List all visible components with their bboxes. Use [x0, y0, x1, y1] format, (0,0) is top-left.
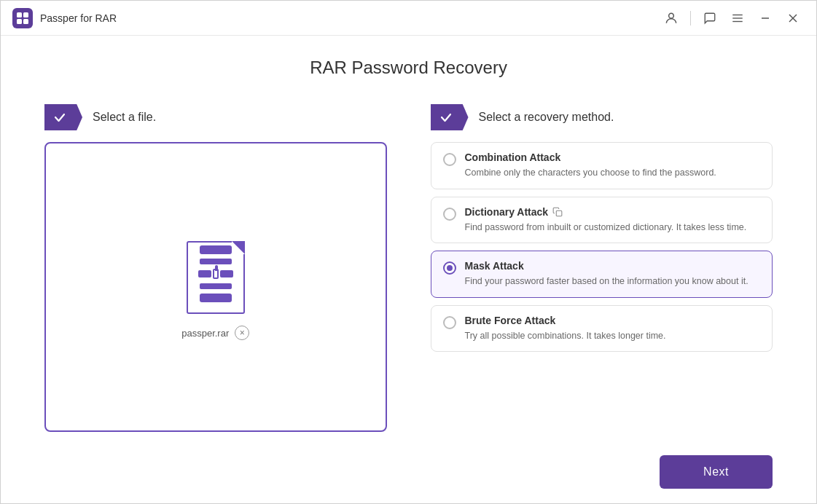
divider: [690, 11, 691, 25]
comment-button[interactable]: [698, 7, 722, 30]
remove-file-button[interactable]: ×: [235, 326, 249, 340]
lock-stripe-row: [197, 269, 235, 279]
menu-button[interactable]: [726, 7, 749, 30]
svg-rect-0: [17, 12, 22, 17]
brute-radio[interactable]: [443, 316, 456, 329]
footer: Next: [1, 446, 816, 503]
mask-radio[interactable]: [443, 261, 456, 275]
stripe: [220, 270, 233, 277]
dictionary-name: Dictionary Attack: [465, 206, 549, 218]
stripe-row-4: [197, 283, 235, 289]
stripe: [200, 283, 232, 289]
combination-name: Combination Attack: [465, 151, 561, 163]
combination-desc: Combine only the characters you choose t…: [465, 168, 716, 178]
radio-dot: [447, 265, 453, 271]
stripe: [198, 270, 211, 277]
left-panel: Select a file.: [44, 104, 387, 432]
app-title: Passper for RAR: [40, 12, 117, 24]
dictionary-radio[interactable]: [443, 208, 456, 221]
lock-body: [213, 269, 219, 279]
select-method-badge: [431, 104, 469, 130]
right-panel-header: Select a recovery method.: [431, 104, 773, 130]
two-panel: Select a file.: [44, 104, 773, 432]
dictionary-copy-icon: [552, 206, 564, 218]
main-content: RAR Password Recovery Select a file.: [1, 36, 816, 446]
right-panel: Select a recovery method. Combination At…: [431, 104, 773, 432]
dictionary-desc: Find password from inbuilt or customized…: [465, 222, 747, 232]
mask-desc: Find your password faster based on the i…: [465, 276, 748, 286]
combination-radio[interactable]: [443, 153, 456, 166]
brute-name-row: Brute Force Attack: [465, 315, 761, 326]
file-name-row: passper.rar ×: [181, 326, 249, 340]
dictionary-name-row: Dictionary Attack: [465, 206, 761, 218]
page-title: RAR Password Recovery: [44, 58, 773, 78]
app-window: Passper for RAR: [0, 0, 817, 504]
mask-name: Mask Attack: [465, 260, 524, 272]
dictionary-info: Dictionary Attack Find password from inb…: [465, 206, 761, 235]
doc-corner: [232, 241, 245, 254]
titlebar-right: [660, 7, 805, 30]
svg-rect-1: [23, 12, 28, 17]
svg-rect-11: [556, 210, 562, 216]
minimize-button[interactable]: [754, 7, 777, 30]
select-file-label: Select a file.: [93, 111, 156, 124]
brute-info: Brute Force Attack Try all possible comb…: [465, 315, 761, 343]
remove-icon: ×: [240, 328, 245, 337]
lock-shackle: [215, 265, 218, 271]
rar-stripes: [197, 245, 235, 302]
brute-name: Brute Force Attack: [465, 315, 556, 326]
file-name: passper.rar: [181, 328, 229, 339]
mask-attack-card[interactable]: Mask Attack Find your password faster ba…: [431, 251, 773, 298]
svg-rect-2: [17, 19, 22, 24]
file-drop-area[interactable]: passper.rar ×: [44, 142, 387, 432]
brute-desc: Try all possible combinations. It takes …: [465, 331, 666, 341]
close-button[interactable]: [781, 7, 805, 30]
recovery-methods: Combination Attack Combine only the char…: [431, 142, 773, 352]
titlebar: Passper for RAR: [1, 1, 816, 36]
svg-rect-3: [23, 19, 28, 24]
stripe: [200, 294, 232, 302]
svg-point-4: [669, 13, 674, 18]
mask-info: Mask Attack Find your password faster ba…: [465, 260, 761, 288]
select-file-badge: [44, 104, 82, 130]
titlebar-left: Passper for RAR: [12, 8, 117, 28]
app-icon: [12, 8, 33, 28]
stripe: [200, 245, 232, 254]
dictionary-attack-card[interactable]: Dictionary Attack Find password from inb…: [431, 197, 773, 244]
next-button[interactable]: Next: [660, 455, 773, 489]
stripe-row-5: [197, 294, 235, 302]
account-button[interactable]: [660, 7, 683, 30]
rar-file-icon: [183, 234, 249, 314]
combination-attack-card[interactable]: Combination Attack Combine only the char…: [431, 142, 773, 189]
stripe-row-2: [197, 259, 235, 264]
combination-name-row: Combination Attack: [465, 151, 761, 163]
brute-force-card[interactable]: Brute Force Attack Try all possible comb…: [431, 305, 773, 353]
stripe: [200, 259, 232, 264]
mask-name-row: Mask Attack: [465, 260, 761, 272]
stripe-row-1: [197, 245, 235, 254]
select-method-label: Select a recovery method.: [479, 111, 614, 124]
left-panel-header: Select a file.: [44, 104, 387, 130]
combination-info: Combination Attack Combine only the char…: [465, 151, 761, 180]
